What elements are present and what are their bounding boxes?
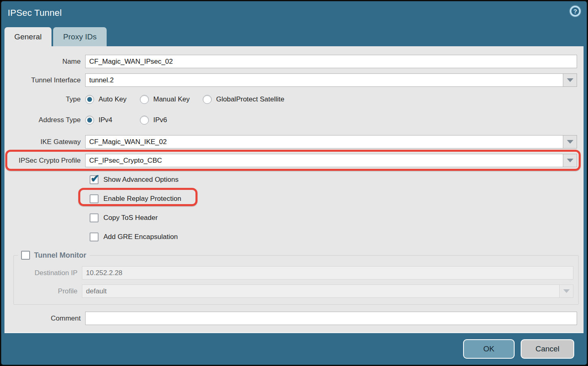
ok-button[interactable]: OK	[463, 339, 515, 359]
dialog-titlebar: IPSec Tunnel ?	[1, 1, 587, 27]
address-type-radio-group: IPv4 IPv6	[85, 116, 167, 125]
profile-dropdown-button	[560, 284, 573, 298]
show-advanced-options-row: Show Advanced Options	[90, 174, 584, 185]
tunnel-monitor-label: Tunnel Monitor	[34, 251, 86, 260]
radio-button-icon[interactable]	[140, 95, 149, 104]
tunnel-interface-input[interactable]	[85, 73, 563, 87]
comment-input[interactable]	[85, 312, 577, 325]
tab-general[interactable]: General	[4, 27, 52, 46]
radio-button-icon[interactable]	[85, 95, 94, 104]
comment-label: Comment	[4, 314, 85, 323]
comment-row: Comment	[4, 312, 577, 325]
help-icon[interactable]: ?	[570, 6, 581, 17]
radio-manual-key[interactable]: Manual Key	[140, 95, 203, 104]
radio-ipv4[interactable]: IPv4	[85, 116, 140, 125]
destination-ip-input	[82, 266, 573, 280]
tunnel-interface-dropdown-button[interactable]	[563, 73, 577, 87]
enable-replay-protection-row: Enable Replay Protection	[90, 194, 584, 204]
destination-ip-label: Destination IP	[14, 269, 82, 277]
add-gre-encapsulation-row: Add GRE Encapsulation	[90, 232, 584, 242]
name-row: Name	[4, 55, 577, 68]
ipsec-crypto-profile-row: IPSec Crypto Profile	[4, 154, 577, 167]
dialog-title: IPSec Tunnel	[8, 8, 62, 18]
radio-button-icon[interactable]	[85, 116, 94, 125]
general-tab-panel: Name Tunnel Interface Type Auto Key	[4, 46, 584, 333]
cancel-button[interactable]: Cancel	[521, 339, 574, 359]
copy-tos-header-row: Copy ToS Header	[90, 213, 584, 223]
ike-gateway-dropdown-button[interactable]	[563, 135, 577, 149]
tunnel-monitor-legend: Tunnel Monitor	[18, 251, 90, 260]
tunnel-interface-row: Tunnel Interface	[4, 73, 577, 87]
profile-input	[82, 284, 560, 298]
tunnel-monitor-fieldset: Tunnel Monitor Destination IP Profile	[13, 251, 579, 305]
address-type-row: Address Type IPv4 IPv6	[4, 115, 577, 125]
ike-gateway-label: IKE Gateway	[4, 138, 85, 146]
ipsec-crypto-profile-label: IPSec Crypto Profile	[4, 157, 85, 165]
radio-globalprotect-satellite[interactable]: GlobalProtect Satellite	[203, 95, 284, 104]
dialog-footer: OK Cancel	[1, 333, 587, 365]
ipsec-crypto-profile-input[interactable]	[85, 154, 563, 167]
tunnel-interface-label: Tunnel Interface	[4, 76, 85, 84]
radio-button-icon[interactable]	[140, 116, 149, 125]
radio-button-icon[interactable]	[203, 95, 212, 104]
ike-gateway-input[interactable]	[85, 135, 563, 149]
destination-ip-row: Destination IP	[14, 266, 573, 280]
profile-label: Profile	[14, 287, 82, 295]
ipsec-tunnel-dialog: IPSec Tunnel ? General Proxy IDs Name Tu…	[0, 0, 588, 366]
type-label: Type	[4, 95, 85, 103]
name-input[interactable]	[85, 55, 577, 68]
address-type-label: Address Type	[4, 116, 85, 124]
add-gre-encapsulation-checkbox[interactable]	[90, 233, 99, 241]
profile-row: Profile	[14, 284, 573, 298]
ipsec-crypto-profile-dropdown-button[interactable]	[563, 154, 577, 167]
type-radio-group: Auto Key Manual Key GlobalProtect Satell…	[85, 95, 284, 104]
ike-gateway-row: IKE Gateway	[4, 135, 577, 149]
radio-auto-key[interactable]: Auto Key	[85, 95, 140, 104]
tab-proxy-ids[interactable]: Proxy IDs	[53, 27, 107, 46]
tunnel-monitor-checkbox[interactable]	[21, 251, 30, 260]
enable-replay-protection-checkbox[interactable]	[90, 194, 99, 203]
type-row: Type Auto Key Manual Key GlobalProtect S…	[4, 94, 577, 105]
copy-tos-header-checkbox[interactable]	[90, 213, 99, 222]
radio-ipv6[interactable]: IPv6	[140, 116, 167, 125]
tab-bar: General Proxy IDs	[1, 27, 587, 46]
show-advanced-options-checkbox[interactable]	[90, 175, 99, 184]
name-label: Name	[4, 58, 85, 66]
